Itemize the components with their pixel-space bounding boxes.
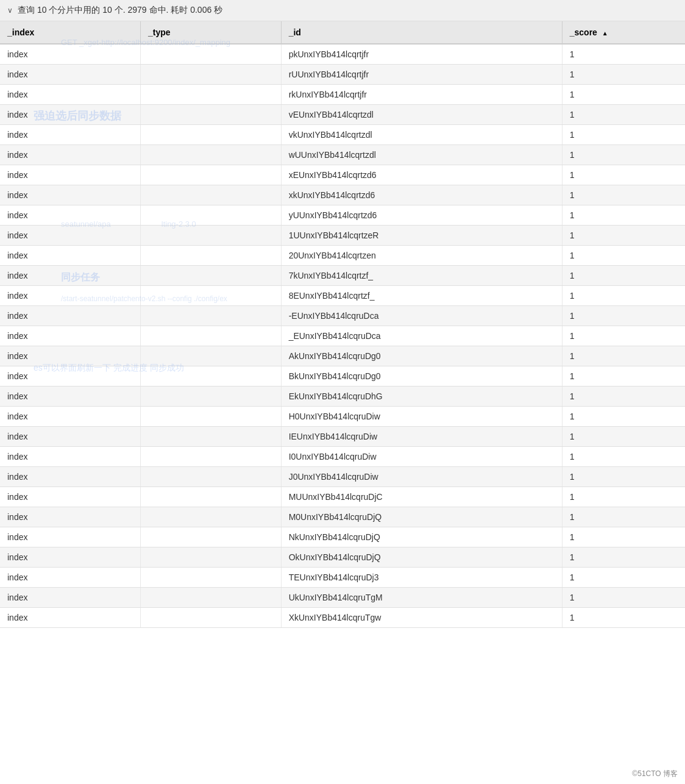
table-row[interactable]: indexOkUnxIYBb414lcqruDjQ1: [0, 547, 685, 568]
cell-id: _EUnxIYBb414lcqruDca: [281, 326, 562, 346]
table-row[interactable]: indexpkUnxIYBb414lcqrtjfr1: [0, 44, 685, 65]
table-row[interactable]: indexvkUnxIYBb414lcqrtzdl1: [0, 125, 685, 145]
cell-type: [141, 205, 282, 226]
cell-id: vkUnxIYBb414lcqrtzdl: [281, 125, 562, 145]
cell-score: 1: [562, 568, 685, 588]
table-row[interactable]: indexEkUnxIYBb414lcqruDhG1: [0, 387, 685, 407]
cell-score: 1: [562, 346, 685, 366]
col-header-score[interactable]: _score ▲: [562, 21, 685, 44]
cell-score: 1: [562, 266, 685, 286]
table-row[interactable]: indexXkUnxIYBb414lcqruTgw1: [0, 608, 685, 628]
cell-index: index: [0, 467, 141, 487]
cell-index: index: [0, 306, 141, 326]
cell-id: H0UnxIYBb414lcqruDiw: [281, 407, 562, 427]
cell-score: 1: [562, 44, 685, 65]
cell-index: index: [0, 286, 141, 306]
cell-id: EkUnxIYBb414lcqruDhG: [281, 387, 562, 407]
table-row[interactable]: indexTEUnxIYBb414lcqruDj31: [0, 568, 685, 588]
results-table: _index _type _id _score ▲ indexpkUnxIYBb…: [0, 21, 685, 628]
cell-id: XkUnxIYBb414lcqruTgw: [281, 608, 562, 628]
cell-score: 1: [562, 487, 685, 507]
cell-id: I0UnxIYBb414lcqruDiw: [281, 447, 562, 467]
table-row[interactable]: indexUkUnxIYBb414lcqruTgM1: [0, 588, 685, 608]
cell-id: MUUnxIYBb414lcqruDjC: [281, 487, 562, 507]
results-table-wrapper: _index _type _id _score ▲ indexpkUnxIYBb…: [0, 21, 685, 628]
cell-type: [141, 85, 282, 105]
chevron-icon[interactable]: ∨: [7, 6, 13, 15]
cell-index: index: [0, 547, 141, 568]
cell-type: [141, 427, 282, 447]
table-row[interactable]: index20UnxIYBb414lcqrtzen1: [0, 246, 685, 266]
cell-id: TEUnxIYBb414lcqruDj3: [281, 568, 562, 588]
cell-index: index: [0, 588, 141, 608]
table-row[interactable]: indexH0UnxIYBb414lcqruDiw1: [0, 407, 685, 427]
table-row[interactable]: indexvEUnxIYBb414lcqrtzdl1: [0, 105, 685, 125]
table-body: indexpkUnxIYBb414lcqrtjfr1indexrUUnxIYBb…: [0, 44, 685, 628]
table-row[interactable]: index8EUnxIYBb414lcqrtzf_1: [0, 286, 685, 306]
cell-index: index: [0, 527, 141, 547]
table-row[interactable]: indexNkUnxIYBb414lcqruDjQ1: [0, 527, 685, 547]
cell-type: [141, 346, 282, 366]
cell-score: 1: [562, 467, 685, 487]
cell-type: [141, 105, 282, 125]
cell-index: index: [0, 185, 141, 205]
cell-score: 1: [562, 326, 685, 346]
table-row[interactable]: indexIEUnxIYBb414lcqruDiw1: [0, 427, 685, 447]
table-row[interactable]: indexxkUnxIYBb414lcqrtzd61: [0, 185, 685, 205]
cell-score: 1: [562, 105, 685, 125]
cell-index: index: [0, 105, 141, 125]
col-header-id[interactable]: _id: [281, 21, 562, 44]
cell-id: 7kUnxIYBb414lcqrtzf_: [281, 266, 562, 286]
cell-id: pkUnxIYBb414lcqrtjfr: [281, 44, 562, 65]
sort-arrow-icon: ▲: [602, 30, 608, 37]
cell-index: index: [0, 487, 141, 507]
table-row[interactable]: indexBkUnxIYBb414lcqruDg01: [0, 366, 685, 387]
table-row[interactable]: indexAkUnxIYBb414lcqruDg01: [0, 346, 685, 366]
table-row[interactable]: indexM0UnxIYBb414lcqruDjQ1: [0, 507, 685, 527]
table-row[interactable]: index_EUnxIYBb414lcqruDca1: [0, 326, 685, 346]
cell-index: index: [0, 65, 141, 85]
table-row[interactable]: indexMUUnxIYBb414lcqruDjC1: [0, 487, 685, 507]
cell-index: index: [0, 568, 141, 588]
cell-score: 1: [562, 527, 685, 547]
cell-type: [141, 447, 282, 467]
cell-type: [141, 125, 282, 145]
cell-type: [141, 487, 282, 507]
cell-index: index: [0, 266, 141, 286]
table-row[interactable]: index1UUnxIYBb414lcqrtzeR1: [0, 226, 685, 246]
cell-id: rUUnxIYBb414lcqrtjfr: [281, 65, 562, 85]
cell-type: [141, 467, 282, 487]
cell-id: yUUnxIYBb414lcqrtzd6: [281, 205, 562, 226]
cell-id: UkUnxIYBb414lcqruTgM: [281, 588, 562, 608]
cell-index: index: [0, 447, 141, 467]
cell-index: index: [0, 246, 141, 266]
table-row[interactable]: indexI0UnxIYBb414lcqruDiw1: [0, 447, 685, 467]
cell-index: index: [0, 608, 141, 628]
cell-type: [141, 266, 282, 286]
cell-type: [141, 387, 282, 407]
table-row[interactable]: indexrUUnxIYBb414lcqrtjfr1: [0, 65, 685, 85]
cell-index: index: [0, 507, 141, 527]
cell-id: IEUnxIYBb414lcqruDiw: [281, 427, 562, 447]
cell-score: 1: [562, 447, 685, 467]
table-row[interactable]: indexJ0UnxIYBb414lcqruDiw1: [0, 467, 685, 487]
col-header-index[interactable]: _index: [0, 21, 141, 44]
cell-type: [141, 286, 282, 306]
cell-type: [141, 44, 282, 65]
cell-type: [141, 185, 282, 205]
cell-type: [141, 246, 282, 266]
table-row[interactable]: indexrkUnxIYBb414lcqrtjfr1: [0, 85, 685, 105]
table-row[interactable]: indexxEUnxIYBb414lcqrtzd61: [0, 165, 685, 185]
cell-score: 1: [562, 507, 685, 527]
query-description: 查询 10 个分片中用的 10 个. 2979 命中. 耗时 0.006 秒: [18, 5, 222, 16]
table-row[interactable]: indexyUUnxIYBb414lcqrtzd61: [0, 205, 685, 226]
cell-score: 1: [562, 306, 685, 326]
col-header-type[interactable]: _type: [141, 21, 282, 44]
table-row[interactable]: index7kUnxIYBb414lcqrtzf_1: [0, 266, 685, 286]
table-row[interactable]: indexwUUnxIYBb414lcqrtzdl1: [0, 145, 685, 165]
table-row[interactable]: index-EUnxIYBb414lcqruDca1: [0, 306, 685, 326]
table-header-row: _index _type _id _score ▲: [0, 21, 685, 44]
cell-type: [141, 527, 282, 547]
cell-type: [141, 326, 282, 346]
cell-type: [141, 65, 282, 85]
